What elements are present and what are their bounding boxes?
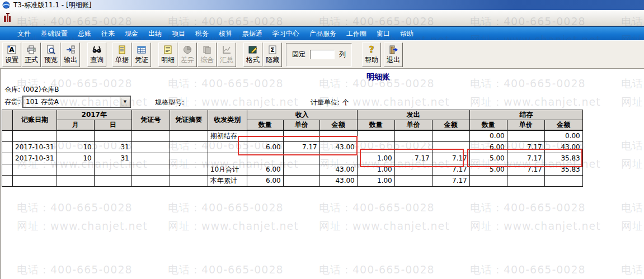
settings-button[interactable]: A 设置 [2, 42, 21, 67]
cell-r4-c9[interactable]: 43.00 [319, 175, 357, 186]
cell-r0-c11[interactable] [394, 130, 432, 141]
cell-r1-c11[interactable] [394, 141, 432, 153]
cell-r1-c6[interactable] [208, 141, 247, 153]
menu-item-13[interactable]: 工作圈 [341, 27, 372, 40]
cell-r2-c2[interactable]: 10 [57, 153, 94, 164]
cell-r4-c1[interactable] [13, 175, 57, 186]
cell-r0-c1[interactable] [13, 130, 57, 141]
print-button[interactable]: 正式 [22, 42, 41, 67]
stock-select[interactable]: 101 存货A ▼ [23, 96, 130, 107]
chevron-down-icon[interactable]: ▼ [120, 97, 130, 107]
cell-r0-c2[interactable] [57, 130, 94, 141]
menu-item-9[interactable]: 核算 [214, 27, 237, 40]
cell-r1-c0[interactable] [2, 141, 13, 153]
menu-item-5[interactable]: 现金 [120, 27, 143, 40]
cell-r3-c1[interactable] [13, 164, 57, 175]
cell-r3-c3[interactable] [94, 164, 131, 175]
cell-r2-c4[interactable] [131, 153, 170, 164]
cell-r2-c14[interactable]: 7.17 [507, 153, 544, 164]
cell-r0-c4[interactable] [131, 130, 170, 141]
menu-item-11[interactable]: 学习中心 [267, 27, 304, 40]
menu-item-2[interactable]: 基础设置 [36, 27, 73, 40]
cell-r4-c13[interactable] [469, 175, 507, 186]
cell-r1-c8[interactable]: 7.17 [283, 141, 319, 153]
cell-r2-c10[interactable]: 1.00 [357, 153, 394, 164]
fixed-columns-input[interactable] [310, 50, 335, 59]
cell-r0-c14[interactable] [507, 130, 544, 141]
menu-item-4[interactable]: 往来 [96, 27, 120, 40]
cell-r0-c8[interactable] [283, 130, 319, 141]
cell-r1-c5[interactable] [170, 141, 208, 153]
cell-r0-c13[interactable]: 0.00 [469, 130, 507, 141]
menu-item-1[interactable]: 文件 [12, 27, 36, 40]
cell-r4-c10[interactable]: 1.00 [357, 175, 394, 186]
cell-r2-c11[interactable]: 7.17 [394, 153, 432, 164]
format-button[interactable]: 格式 [243, 42, 262, 67]
cell-r0-c7[interactable] [247, 130, 283, 141]
cell-r2-c15[interactable]: 35.83 [544, 153, 582, 164]
cell-r2-c9[interactable] [319, 153, 357, 164]
menu-item-3[interactable]: 总账 [73, 27, 96, 40]
cell-r1-c9[interactable]: 43.00 [319, 141, 357, 153]
cell-r3-c5[interactable] [170, 164, 208, 175]
cell-r4-c12[interactable]: 7.17 [432, 175, 469, 186]
exit-button[interactable]: 退出 [384, 42, 403, 67]
cell-r4-c11[interactable] [394, 175, 432, 186]
cell-r2-c0[interactable] [2, 153, 13, 164]
cell-r2-c6[interactable] [208, 153, 247, 164]
cell-r0-c5[interactable] [170, 130, 208, 141]
cell-r4-c14[interactable] [507, 175, 544, 186]
preview-button[interactable]: 预览 [41, 42, 60, 67]
hide-button[interactable]: Σ 隐藏 [263, 42, 282, 67]
cell-r4-c0[interactable] [2, 175, 13, 186]
cell-r3-c14[interactable]: 7.17 [507, 164, 544, 175]
menu-item-12[interactable]: 产品服务 [304, 27, 341, 40]
cell-r0-c0[interactable] [2, 130, 13, 141]
cell-r2-c5[interactable] [170, 153, 208, 164]
app-icon[interactable] [2, 1, 10, 9]
document-button[interactable]: 单据 [112, 42, 131, 67]
cell-r0-c10[interactable] [357, 130, 394, 141]
cell-r0-c3[interactable] [94, 130, 131, 141]
cell-r3-c7[interactable]: 6.00 [247, 164, 283, 175]
menu-item-8[interactable]: 税务 [190, 27, 214, 40]
detail-button[interactable]: 明细 [158, 42, 177, 67]
cell-r2-c1[interactable]: 2017-10-31 [13, 153, 57, 164]
cell-r0-c6[interactable]: 期初结存 [208, 130, 247, 141]
cell-r1-c2[interactable]: 10 [57, 141, 94, 153]
cell-r3-c0[interactable] [2, 164, 13, 175]
cell-r4-c7[interactable]: 6.00 [247, 175, 283, 186]
menu-item-10[interactable]: 票据通 [237, 27, 267, 40]
cell-r4-c3[interactable] [94, 175, 131, 186]
cell-r1-c10[interactable] [357, 141, 394, 153]
cell-r3-c9[interactable]: 43.00 [319, 164, 357, 175]
cell-r2-c7[interactable] [247, 153, 283, 164]
cell-r4-c5[interactable] [170, 175, 208, 186]
cell-r1-c12[interactable] [432, 141, 469, 153]
cell-r1-c14[interactable]: 7.17 [507, 141, 544, 153]
cell-r4-c2[interactable] [57, 175, 94, 186]
cell-r1-c13[interactable]: 6.00 [469, 141, 507, 153]
menu-item-7[interactable]: 项目 [167, 27, 190, 40]
cell-r3-c12[interactable]: 7.17 [432, 164, 469, 175]
cell-r3-c4[interactable] [131, 164, 170, 175]
cell-r2-c8[interactable] [283, 153, 319, 164]
cell-r3-c15[interactable]: 35.83 [544, 164, 582, 175]
cell-r1-c1[interactable]: 2017-10-31 [13, 141, 57, 153]
cell-r3-c10[interactable]: 1.00 [357, 164, 394, 175]
voucher-button[interactable]: 凭证 [132, 42, 151, 67]
cell-r0-c9[interactable] [319, 130, 357, 141]
help-button[interactable]: ? 帮助 [362, 42, 381, 67]
cell-r1-c15[interactable]: 43.00 [544, 141, 582, 153]
cell-r1-c3[interactable]: 31 [94, 141, 131, 153]
cell-r4-c15[interactable] [544, 175, 582, 186]
menu-item-15[interactable]: 帮助 [395, 27, 419, 40]
cell-r4-c4[interactable] [131, 175, 170, 186]
cell-r3-c13[interactable]: 5.00 [469, 164, 507, 175]
cell-r0-c12[interactable] [432, 130, 469, 141]
search-button[interactable]: 查询 [87, 42, 106, 67]
export-button[interactable]: 输出 [61, 42, 80, 67]
cell-r1-c7[interactable]: 6.00 [247, 141, 283, 153]
cell-r1-c4[interactable] [131, 141, 170, 153]
cell-r2-c3[interactable]: 31 [94, 153, 131, 164]
